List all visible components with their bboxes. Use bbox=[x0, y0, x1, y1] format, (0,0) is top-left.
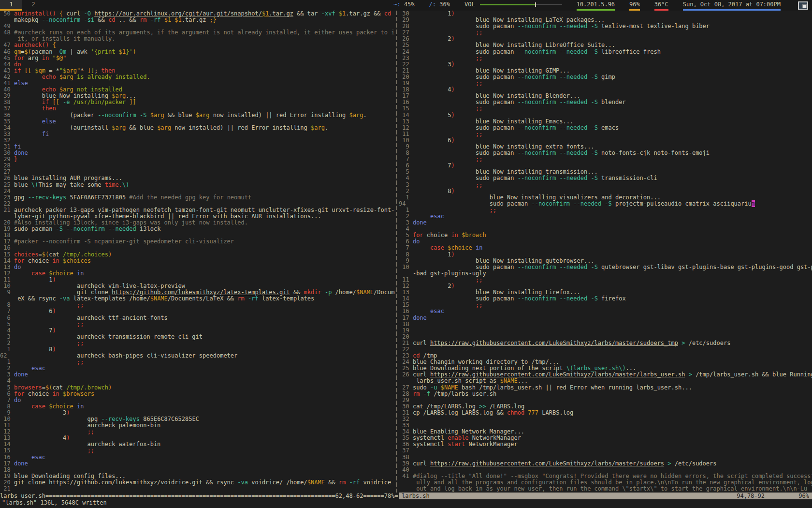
volume-slider[interactable] bbox=[480, 2, 562, 7]
code-line: 31 cp /LARBS.log LARBS.log && chmod 777 … bbox=[399, 410, 812, 416]
line-number: 3 bbox=[399, 181, 413, 188]
editor-pane-larbs-user-sh[interactable]: 50 aurinstall() { curl -O https://aur.ar… bbox=[0, 11, 395, 493]
line-number bbox=[0, 295, 14, 302]
volume-label: VOL bbox=[464, 0, 475, 11]
line-number: 18 bbox=[0, 232, 14, 239]
line-number: 27 bbox=[399, 384, 413, 391]
line-number bbox=[0, 35, 14, 42]
line-number: 20 bbox=[399, 74, 413, 80]
line-number: 3 bbox=[0, 333, 14, 340]
line-number: 30 bbox=[0, 149, 14, 156]
line-number: 6 bbox=[399, 162, 413, 169]
volume-fill bbox=[480, 4, 535, 5]
code-line: 37 bbox=[399, 448, 812, 454]
code-line: 42 echo $arg is already installed. bbox=[0, 74, 395, 80]
clock: Sun, Oct 08, 2017 at 07:00PM bbox=[683, 0, 781, 11]
workspace-1[interactable]: 1 bbox=[0, 0, 22, 11]
line-number: 10 bbox=[0, 416, 14, 422]
code-line: 16 esac bbox=[0, 454, 395, 461]
editor-pane-larbs-sh[interactable]: 30 1) 29 blue Now installing LaTeX packa… bbox=[399, 11, 812, 493]
line-number: 31 bbox=[399, 409, 413, 416]
code-line: 6 for choice in $browsers bbox=[0, 391, 395, 397]
line-number: 15 bbox=[399, 301, 413, 308]
line-number: 29 bbox=[0, 156, 14, 163]
code-line: 27 ;; bbox=[399, 30, 812, 36]
line-number: 14 bbox=[399, 112, 413, 119]
line-number: 4 bbox=[0, 327, 14, 334]
code-line: 28 bbox=[0, 163, 395, 169]
window-separator[interactable] bbox=[395, 11, 399, 493]
line-number: 11 bbox=[399, 131, 413, 137]
line-number: 30 bbox=[399, 11, 413, 17]
volume-knob[interactable] bbox=[535, 2, 536, 7]
line-number bbox=[399, 377, 413, 384]
line-number: 42 bbox=[0, 74, 14, 80]
line-number: 19 bbox=[0, 225, 14, 232]
code-line: 11 ;; bbox=[399, 131, 812, 137]
line-number: 43 bbox=[0, 67, 14, 74]
code-line: 23 ;; bbox=[399, 55, 812, 61]
workspace-2[interactable]: 2 bbox=[22, 0, 44, 11]
line-number: 12 bbox=[0, 270, 14, 277]
line-number: 15 bbox=[0, 447, 14, 454]
code-line: 15 ;; bbox=[399, 105, 812, 112]
volume-control[interactable] bbox=[480, 0, 562, 11]
display-icon[interactable] bbox=[798, 1, 808, 10]
line-number: 5 bbox=[399, 168, 413, 175]
line-number: 8 bbox=[399, 251, 413, 258]
line-number bbox=[399, 485, 413, 492]
code-line: 39 curl https://raw.githubusercontent.co… bbox=[399, 461, 812, 467]
code-line: 3 done bbox=[399, 220, 812, 226]
line-number: 28 bbox=[0, 162, 14, 169]
line-number: 34 bbox=[0, 124, 14, 131]
line-number: 38 bbox=[399, 454, 413, 461]
code-line: 17 #packer --noconfirm -S ncpamixer-git … bbox=[0, 239, 395, 245]
disk-home-usage: ~: 45% bbox=[393, 0, 414, 11]
vim-editor: 50 aurinstall() { curl -O https://aur.ar… bbox=[0, 11, 812, 493]
line-number: 5 bbox=[399, 232, 413, 239]
vim-command-line[interactable]: "larbs.sh" 136L, 5648C written bbox=[0, 499, 812, 508]
ip-address: 10.201.5.96 bbox=[577, 0, 615, 11]
line-number: 7 bbox=[399, 244, 413, 251]
line-number: 2 bbox=[399, 188, 413, 194]
line-number: 13 bbox=[0, 434, 14, 441]
line-number: 10 bbox=[0, 283, 14, 289]
line-number: 25 bbox=[399, 365, 413, 372]
line-number: 36 bbox=[0, 112, 14, 119]
line-number: 19 bbox=[399, 327, 413, 334]
code-line: 17 done bbox=[0, 461, 395, 467]
line-number: 30 bbox=[399, 403, 413, 410]
line-number: 3 bbox=[399, 219, 413, 226]
code-line: 2 esac bbox=[0, 365, 395, 372]
line-number: 8 bbox=[399, 149, 413, 156]
system-tray bbox=[798, 0, 808, 11]
line-number: 32 bbox=[0, 137, 14, 144]
line-number: 38 bbox=[0, 99, 14, 105]
line-number: 25 bbox=[0, 181, 14, 188]
line-number: 49 bbox=[0, 23, 14, 30]
code-line: 1 ;; bbox=[399, 207, 812, 213]
line-number: 23 bbox=[399, 55, 413, 61]
line-number: 12 bbox=[399, 124, 413, 131]
statusline-filename: larbs.sh bbox=[399, 493, 430, 499]
code-line: 34 (aurinstall $arg && blue $arg now ins… bbox=[0, 125, 395, 131]
code-line: 12 case $choice in bbox=[0, 270, 395, 277]
line-number: 31 bbox=[0, 143, 14, 150]
line-number: 37 bbox=[0, 105, 14, 112]
code-line: 19 bbox=[399, 328, 812, 334]
code-line: 5 ;; bbox=[0, 321, 395, 328]
statusline-inactive: larbs_user.sh===========================… bbox=[0, 493, 399, 499]
code-line: 1 ;; bbox=[0, 359, 395, 365]
line-number: 37 bbox=[399, 447, 413, 454]
line-number: 4 bbox=[399, 225, 413, 232]
statusline-filename: larbs_user.sh bbox=[0, 493, 45, 499]
line-number: 62 bbox=[0, 352, 14, 359]
code-line: 22 bbox=[399, 346, 812, 353]
cpu-temp: 36°C bbox=[654, 0, 668, 11]
line-number: 6 bbox=[0, 314, 14, 321]
statusline-scroll-pct: 96% bbox=[765, 493, 812, 499]
code-line: 30 done bbox=[0, 150, 395, 156]
code-line: 19 sudo pacman -S --noconfirm --needed i… bbox=[0, 226, 395, 232]
disk-root-usage: /: 36% bbox=[429, 0, 450, 11]
line-number: 8 bbox=[0, 403, 14, 410]
